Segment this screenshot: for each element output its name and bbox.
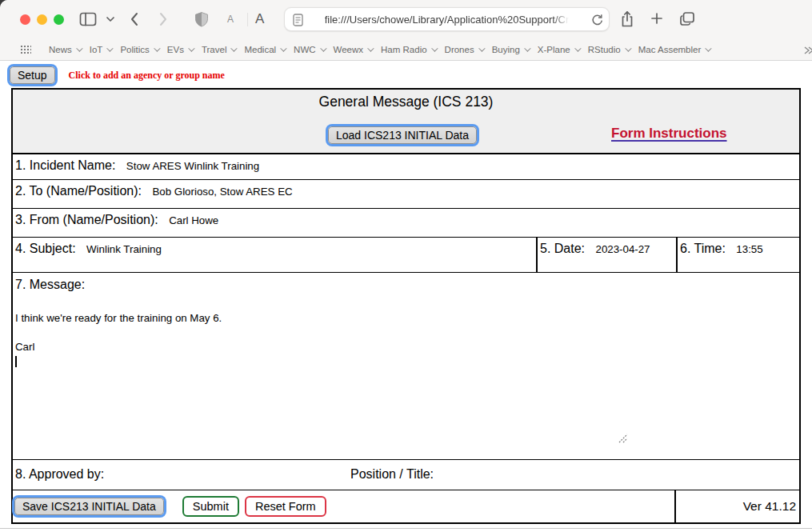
chevron-down-icon <box>154 45 160 51</box>
chevron-down-icon <box>280 45 286 51</box>
subject-label: 4. Subject: <box>15 242 76 255</box>
version-cell: Ver 41.12 <box>674 490 799 522</box>
bookmark-x-plane[interactable]: X-Plane <box>538 45 579 54</box>
bookmark-label: IoT <box>90 45 103 54</box>
reset-form-button[interactable]: Reset Form <box>245 496 326 517</box>
version-text: Ver 41.12 <box>743 499 796 514</box>
window-bottom-edge <box>0 528 812 529</box>
message-textarea[interactable]: I think we're ready for the training on … <box>15 311 631 369</box>
page-document-icon <box>293 14 303 30</box>
date-cell[interactable]: 5. Date: 2023-04-27 <box>536 238 676 272</box>
bookmark-drones[interactable]: Drones <box>445 45 483 54</box>
chevron-down-icon <box>705 45 711 51</box>
bookmark-evs[interactable]: EVs <box>167 45 193 54</box>
forward-button-icon[interactable] <box>158 12 168 26</box>
bookmark-weewx[interactable]: Weewx <box>334 45 373 54</box>
back-button-icon[interactable] <box>130 12 139 26</box>
chevron-down-icon <box>431 45 438 51</box>
message-text: I think we're ready for the training on … <box>15 312 222 353</box>
bookmark-rstudio[interactable]: RStudio <box>588 45 630 54</box>
browser-toolbar: A A file:///Users/chowe/Library/Applicat… <box>0 0 812 38</box>
sidebar-toggle-icon[interactable] <box>79 12 97 26</box>
time-cell[interactable]: 6. Time: 13:55 <box>676 238 799 272</box>
to-row[interactable]: 2. To (Name/Position): Bob Glorioso, Sto… <box>13 180 799 209</box>
toolbar-divider <box>247 13 248 26</box>
chevron-down-icon <box>107 45 114 51</box>
time-label: 6. Time: <box>680 242 726 255</box>
privacy-shield-icon[interactable] <box>194 11 209 27</box>
submit-button[interactable]: Submit <box>182 496 239 517</box>
bookmark-buying[interactable]: Buying <box>492 45 529 54</box>
increase-text-size-icon[interactable]: A <box>255 11 264 27</box>
save-initial-data-button[interactable]: Save ICS213 INITIAL Data <box>14 498 164 515</box>
chevron-down-icon <box>574 45 581 51</box>
bookmark-medical[interactable]: Medical <box>244 45 285 54</box>
web-page: Setup Click to add an agency or group na… <box>0 61 812 532</box>
bookmark-travel[interactable]: Travel <box>202 45 236 54</box>
form-instructions-link[interactable]: Form Instructions <box>611 126 727 142</box>
new-tab-icon[interactable] <box>650 11 664 26</box>
subject-value[interactable]: Winlink Training <box>86 243 162 255</box>
url-text[interactable]: file:///Users/chowe/Library/Application%… <box>325 14 570 26</box>
approved-by-row[interactable]: 8. Approved by: Position / Title: <box>13 460 799 490</box>
bookmark-mac-assembler[interactable]: Mac Assembler <box>638 45 710 54</box>
zoom-window-button[interactable] <box>54 14 64 25</box>
address-bar[interactable]: file:///Users/chowe/Library/Application%… <box>284 7 610 31</box>
text-cursor <box>15 356 17 367</box>
approved-by-label: 8. Approved by: <box>13 460 104 482</box>
load-initial-data-button[interactable]: Load ICS213 INITIAL Data <box>328 126 477 144</box>
window-controls <box>20 14 64 25</box>
from-row[interactable]: 3. From (Name/Position): Carl Howe <box>13 209 799 238</box>
setup-button[interactable]: Setup <box>10 66 55 84</box>
chevron-down-icon <box>478 45 485 51</box>
footer-buttons: Save ICS213 INITIAL Data Submit Reset Fo… <box>13 490 674 522</box>
chevron-down-icon <box>231 45 238 51</box>
sidebar-chevron-down-icon[interactable] <box>106 16 115 22</box>
reload-icon[interactable] <box>591 14 603 30</box>
minimize-window-button[interactable] <box>37 14 47 25</box>
position-title-label: Position / Title: <box>350 467 434 482</box>
form-title: General Message (ICS 213) <box>13 94 799 110</box>
favorites-grid-icon[interactable] <box>20 45 31 54</box>
tab-overview-icon[interactable] <box>679 11 695 26</box>
bookmark-label: Drones <box>445 45 474 54</box>
form-footer-row: Save ICS213 INITIAL Data Submit Reset Fo… <box>13 490 799 522</box>
bookmarks-overflow-icon[interactable] <box>802 44 812 58</box>
browser-window: A A file:///Users/chowe/Library/Applicat… <box>0 0 812 532</box>
bookmark-label: Ham Radio <box>381 45 427 54</box>
chevron-down-icon <box>625 45 631 51</box>
incident-name-row[interactable]: 1. Incident Name: Stow ARES Winlink Trai… <box>13 154 799 180</box>
bookmark-politics[interactable]: Politics <box>120 45 158 54</box>
subject-date-time-row: 4. Subject: Winlink Training 5. Date: 20… <box>13 238 799 273</box>
close-window-button[interactable] <box>20 14 30 25</box>
share-icon[interactable] <box>620 10 634 28</box>
bookmark-label: Politics <box>120 45 149 54</box>
bookmark-label: NWC <box>294 45 315 54</box>
ics213-form: General Message (ICS 213) Load ICS213 IN… <box>11 88 801 524</box>
bookmark-iot[interactable]: IoT <box>90 45 112 54</box>
to-value[interactable]: Bob Glorioso, Stow ARES EC <box>152 186 292 198</box>
chevron-down-icon <box>76 45 82 51</box>
chevron-down-icon <box>367 45 374 51</box>
message-label: 7. Message: <box>13 273 799 292</box>
bookmark-nwc[interactable]: NWC <box>294 45 324 54</box>
subject-cell[interactable]: 4. Subject: Winlink Training <box>13 238 536 272</box>
bookmark-label: Travel <box>202 45 227 54</box>
chevron-down-icon <box>320 45 326 51</box>
form-header: General Message (ICS 213) Load ICS213 IN… <box>13 90 799 154</box>
time-value[interactable]: 13:55 <box>736 243 762 255</box>
incident-name-label: 1. Incident Name: <box>15 158 115 172</box>
bookmark-label: X-Plane <box>538 45 570 54</box>
incident-name-value[interactable]: Stow ARES Winlink Training <box>126 160 259 172</box>
date-value[interactable]: 2023-04-27 <box>595 243 650 255</box>
setup-hint-text: Click to add an agency or group name <box>69 70 225 82</box>
bookmark-news[interactable]: News <box>49 45 81 54</box>
bookmark-ham-radio[interactable]: Ham Radio <box>381 45 436 54</box>
bookmark-label: Mac Assembler <box>638 45 702 54</box>
textarea-resize-grip-icon[interactable] <box>618 432 628 446</box>
bookmark-label: RStudio <box>588 45 621 54</box>
setup-row: Setup Click to add an agency or group na… <box>10 66 225 84</box>
bookmark-label: News <box>49 45 72 54</box>
decrease-text-size-icon[interactable]: A <box>227 14 234 25</box>
from-value[interactable]: Carl Howe <box>169 214 218 226</box>
